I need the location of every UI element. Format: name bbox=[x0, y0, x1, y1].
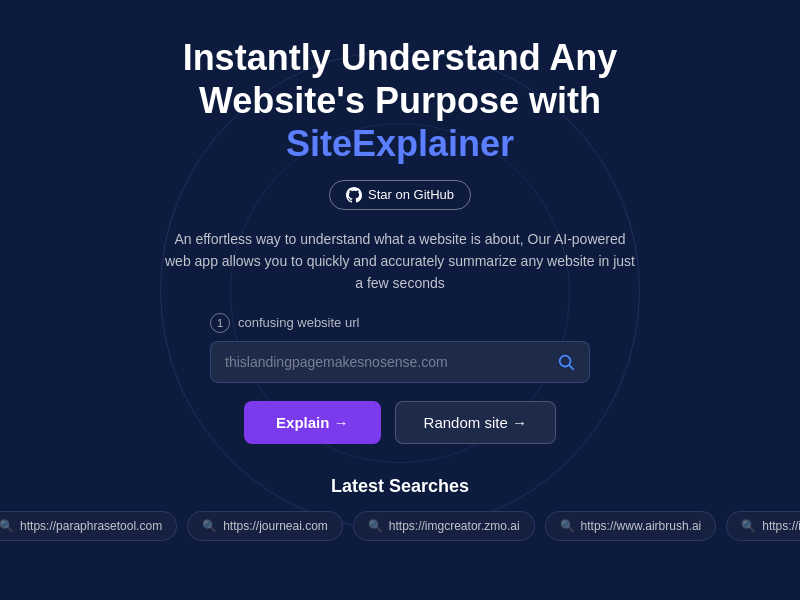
search-chip[interactable]: 🔍 https://i bbox=[726, 511, 800, 541]
brand-name: SiteExplainer bbox=[286, 123, 514, 164]
step-label-text: confusing website url bbox=[238, 315, 359, 330]
chip-search-icon: 🔍 bbox=[741, 519, 756, 533]
github-label: Star on GitHub bbox=[368, 187, 454, 202]
action-row: Explain → Random site → bbox=[244, 401, 556, 444]
search-chip[interactable]: 🔍 https://imgcreator.zmo.ai bbox=[353, 511, 535, 541]
chip-url: https://imgcreator.zmo.ai bbox=[389, 519, 520, 533]
latest-searches-title: Latest Searches bbox=[331, 476, 469, 497]
url-input-row bbox=[210, 341, 590, 383]
headline: Instantly Understand Any Website's Purpo… bbox=[183, 36, 618, 166]
svg-line-1 bbox=[569, 365, 573, 369]
chip-search-icon: 🔍 bbox=[368, 519, 383, 533]
latest-searches-section: Latest Searches 🔍 https://paraphrasetool… bbox=[0, 476, 800, 541]
chip-search-icon: 🔍 bbox=[0, 519, 14, 533]
github-star-button[interactable]: Star on GitHub bbox=[329, 180, 471, 210]
chip-search-icon: 🔍 bbox=[560, 519, 575, 533]
chip-search-icon: 🔍 bbox=[202, 519, 217, 533]
magnifier-icon bbox=[557, 353, 575, 371]
headline-line2: Website's Purpose with bbox=[199, 80, 601, 121]
step-number: 1 bbox=[210, 313, 230, 333]
search-button[interactable] bbox=[553, 349, 579, 375]
chip-url: https://journeai.com bbox=[223, 519, 328, 533]
description-text: An effortless way to understand what a w… bbox=[160, 228, 640, 295]
headline-line1: Instantly Understand Any bbox=[183, 37, 618, 78]
chip-url: https://www.airbrush.ai bbox=[581, 519, 702, 533]
url-input[interactable] bbox=[225, 342, 553, 382]
github-icon bbox=[346, 187, 362, 203]
explain-button[interactable]: Explain → bbox=[244, 401, 381, 444]
chip-url: https://paraphrasetool.com bbox=[20, 519, 162, 533]
search-chip[interactable]: 🔍 https://www.airbrush.ai bbox=[545, 511, 717, 541]
search-chip[interactable]: 🔍 https://paraphrasetool.com bbox=[0, 511, 177, 541]
main-content: Instantly Understand Any Website's Purpo… bbox=[0, 0, 800, 541]
chip-url: https://i bbox=[762, 519, 800, 533]
search-chip[interactable]: 🔍 https://journeai.com bbox=[187, 511, 343, 541]
random-site-button[interactable]: Random site → bbox=[395, 401, 556, 444]
step-label-row: 1 confusing website url bbox=[210, 313, 359, 333]
searches-row: 🔍 https://paraphrasetool.com 🔍 https://j… bbox=[0, 511, 800, 541]
